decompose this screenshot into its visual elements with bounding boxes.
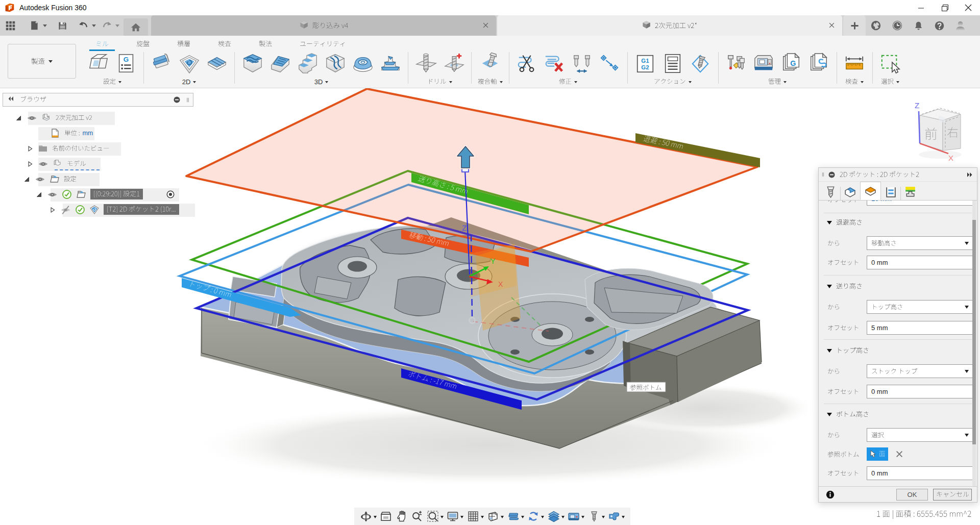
input-lb_offset[interactable]: 0 mm [867, 385, 973, 398]
input-lb_offset[interactable]: 5 mm [867, 321, 973, 335]
ribbon-tab-3[interactable] [204, 38, 245, 50]
face-selection-button[interactable] [867, 447, 888, 461]
select-lb_from[interactable] [867, 428, 973, 442]
expander-closed-icon[interactable] [26, 157, 34, 170]
tool-nc-program-button[interactable] [114, 51, 137, 76]
browser-collapse-all-icon[interactable] [173, 96, 181, 104]
redo-button[interactable] [98, 16, 115, 35]
browser-row-label[interactable] [52, 145, 110, 152]
ribbon-tab-1[interactable] [122, 38, 163, 50]
nav-stock-layers-button[interactable] [548, 510, 565, 522]
tool-swirl3d-button[interactable] [324, 51, 347, 76]
document-tab-active[interactable] [497, 15, 842, 36]
eye-icon[interactable] [47, 188, 58, 201]
undo-caret[interactable] [90, 16, 98, 35]
eye-icon[interactable] [27, 111, 37, 124]
tool-steps3d-button[interactable] [296, 51, 319, 76]
group-label[interactable] [478, 77, 503, 87]
group-label[interactable] [845, 77, 864, 87]
group-label[interactable] [768, 77, 787, 87]
setup-folder-icon[interactable] [50, 172, 60, 186]
tool-adaptive2d-button[interactable] [150, 51, 173, 76]
generate-toolpath-icon[interactable] [166, 190, 175, 201]
select-lb_from[interactable] [867, 364, 973, 378]
dialog-header[interactable] [819, 168, 977, 182]
eye-icon[interactable] [38, 157, 48, 170]
browser-grip-icon[interactable] [185, 96, 191, 104]
viewport[interactable]: Z Y X Z X mm [0, 88, 980, 525]
browser-row-label[interactable] [104, 204, 179, 215]
document-tab-inactive[interactable] [151, 15, 496, 36]
dialog-tab-passes[interactable] [881, 184, 900, 200]
nav-toolpath-steps-button[interactable] [507, 510, 524, 522]
dialog-tab-geometry[interactable] [841, 184, 860, 200]
dialog-tab-linking[interactable] [901, 184, 920, 200]
tool-dome3d-button[interactable] [351, 51, 374, 76]
input-lb_offset[interactable]: 0 mm [867, 466, 973, 480]
dialog-tab-tool[interactable] [821, 184, 840, 200]
select-lb_from[interactable] [867, 236, 973, 250]
browser-row-label[interactable] [56, 114, 92, 121]
select-lb_from[interactable] [867, 300, 973, 314]
check-circle-icon[interactable] [62, 188, 72, 201]
group-label[interactable] [427, 77, 452, 87]
cancel-button[interactable] [933, 489, 972, 501]
notifications-icon[interactable] [912, 19, 924, 32]
tool-measure-button[interactable] [843, 51, 866, 76]
browser-row-label[interactable]: mm [64, 130, 93, 137]
dialog-scrollbar[interactable] [972, 201, 976, 486]
op-pocket-icon[interactable] [89, 203, 100, 216]
folder-icon[interactable] [38, 142, 48, 155]
save-button[interactable] [54, 16, 71, 35]
expander-open-icon[interactable] [35, 188, 43, 201]
expander-closed-icon[interactable] [48, 203, 56, 216]
collapse-panel-icon[interactable] [7, 95, 15, 105]
browser-panel-header[interactable] [3, 93, 193, 107]
dialog-tab-heights[interactable] [860, 182, 881, 200]
browser-row-label[interactable] [67, 160, 86, 167]
tab-close-icon[interactable] [828, 21, 836, 30]
eye-off-icon[interactable] [60, 203, 71, 216]
tool-s-templates-button[interactable] [807, 51, 830, 76]
expander-open-icon[interactable] [15, 111, 22, 124]
workspace-selector[interactable] [8, 44, 76, 79]
check-circle-icon[interactable] [75, 203, 85, 216]
file-menu-button[interactable] [26, 16, 43, 35]
section-header-0[interactable] [827, 218, 863, 227]
undo-button[interactable] [75, 16, 92, 35]
tool-delete-toolpath-button[interactable] [543, 51, 566, 76]
tool-setup-button[interactable] [87, 51, 110, 76]
eye-icon[interactable] [35, 172, 45, 186]
section-header-3[interactable] [827, 410, 869, 419]
group-label[interactable] [103, 77, 121, 87]
dialog-scrollbar-thumb[interactable] [972, 220, 976, 444]
units-doc-icon[interactable] [50, 127, 60, 140]
nav-viewports-button[interactable] [487, 510, 504, 522]
section-header-2[interactable] [827, 346, 869, 355]
tool-pocket3d-button[interactable] [268, 51, 291, 76]
dialog-collapse-icon[interactable] [828, 171, 836, 179]
nav-zoom-button[interactable] [411, 510, 423, 522]
nav-orbit-button[interactable] [360, 510, 377, 522]
window-maximize-button[interactable] [933, 0, 957, 15]
nav-part-display-button[interactable] [608, 510, 625, 522]
group-label[interactable] [654, 77, 692, 87]
nav-simulate-refresh-button[interactable] [527, 510, 544, 522]
new-document-button[interactable] [843, 15, 866, 36]
tool-trim-toolpath-button[interactable] [516, 51, 538, 76]
tool-setup-sheet-button[interactable] [662, 51, 684, 76]
group-label[interactable]: 2D [182, 77, 197, 87]
ok-button[interactable]: OK [896, 489, 928, 501]
tool-machine-library-button[interactable] [752, 51, 775, 76]
nav-grid-button[interactable] [467, 510, 484, 522]
home-view-button[interactable] [124, 18, 148, 36]
tool-adaptive3d-button[interactable] [241, 51, 264, 76]
nav-machine-display-button[interactable] [568, 510, 584, 522]
help-icon[interactable] [933, 19, 945, 32]
job-status-icon[interactable] [870, 19, 882, 32]
ribbon-tab-2[interactable] [163, 38, 204, 50]
profile-icon[interactable] [954, 19, 966, 32]
browser-row-label[interactable] [64, 176, 77, 183]
tool-window-select-button[interactable] [879, 51, 902, 76]
tool-tool-library-button[interactable] [725, 51, 748, 76]
